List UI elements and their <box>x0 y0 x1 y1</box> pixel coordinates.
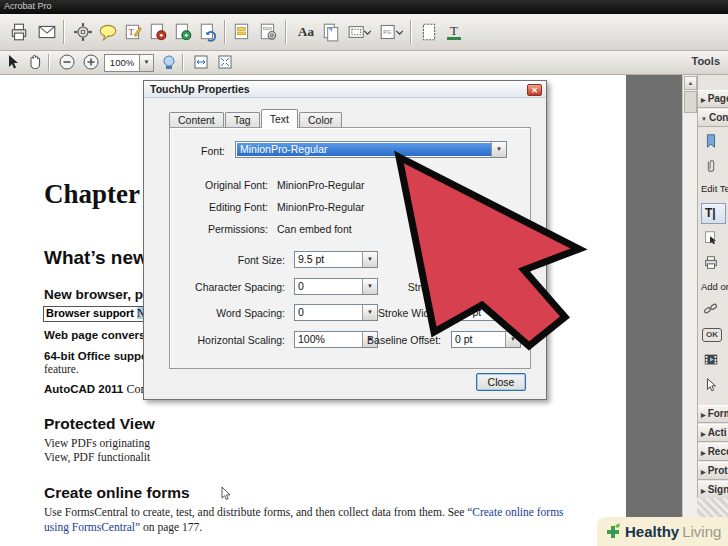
zoom-dropdown-button[interactable]: ▼ <box>139 54 154 72</box>
edit-document-text-button[interactable]: T| <box>701 203 726 224</box>
tab-label: Text <box>270 113 289 125</box>
tab-color[interactable]: Color <box>299 112 342 128</box>
zoom-in-button[interactable] <box>80 53 102 71</box>
touchup-properties-dialog: TouchUp Properties ✕ Content Tag Text Co… <box>143 80 547 400</box>
panel-section-label: Page <box>708 93 728 104</box>
fill-color-swatch[interactable] <box>451 253 471 266</box>
blank-page-button[interactable] <box>418 21 440 43</box>
text-edits-icon: T <box>123 22 143 42</box>
multimedia-tool-button[interactable] <box>703 352 723 370</box>
stroke-label: Stroke: <box>408 281 441 293</box>
pages-tool-button[interactable]: PG <box>378 21 406 43</box>
chevron-right-icon: ▶ <box>698 450 708 456</box>
comment-icon <box>98 22 118 42</box>
tab-tag[interactable]: Tag <box>225 112 260 128</box>
stroke-color-swatch[interactable] <box>451 280 471 293</box>
zoom-level-input[interactable]: 100% <box>104 54 140 72</box>
watermark-light-text: Living <box>682 523 721 540</box>
window-titlebar: Acrobat Pro <box>0 0 728 14</box>
document-scrollbar[interactable]: ▲ <box>682 75 697 546</box>
dialog-close-icon[interactable]: ✕ <box>527 84 542 96</box>
svg-text:T: T <box>129 27 135 37</box>
stroke-width-combobox[interactable]: 0.6 pt ▼ <box>451 304 521 321</box>
typewriter-button[interactable]: T <box>443 21 465 43</box>
font-size-combobox[interactable]: 9.5 pt ▼ <box>294 251 378 268</box>
print-button[interactable] <box>8 21 30 43</box>
editing-font-label: Editing Font: <box>209 201 268 213</box>
bookmark-tool-button[interactable] <box>703 133 723 151</box>
healthy-living-watermark: Healthy Living <box>597 517 728 546</box>
dialog-titlebar[interactable]: TouchUp Properties <box>144 81 546 98</box>
tab-label: Tag <box>234 114 251 126</box>
select-object-button[interactable] <box>703 377 723 395</box>
chevron-right-icon: ▶ <box>698 412 708 418</box>
character-spacing-value: 0 <box>298 280 304 292</box>
font-combobox[interactable]: MinionPro-Regular ▼ <box>235 141 507 158</box>
fit-width-button[interactable] <box>190 53 212 71</box>
font-label: Font: <box>201 145 225 157</box>
hand-tool-button[interactable] <box>24 53 46 71</box>
panel-section-label: Sign <box>708 484 728 495</box>
link-tool-button[interactable] <box>703 301 723 319</box>
form-tools-button[interactable] <box>257 21 279 43</box>
zoom-out-button[interactable] <box>56 53 78 71</box>
word-spacing-combobox[interactable]: 0 ▼ <box>294 304 378 321</box>
character-spacing-combobox[interactable]: 0 ▼ <box>294 278 378 295</box>
panel-section-sign[interactable]: ▶Sign <box>698 481 728 499</box>
select-tool-button[interactable] <box>2 53 24 71</box>
close-button-label: Close <box>488 376 515 388</box>
font-size-value: 9.5 pt <box>298 253 324 265</box>
page-magnify-button[interactable] <box>158 53 180 71</box>
font-button[interactable]: Aa <box>293 21 319 43</box>
panel-section-label: Prot <box>708 465 728 476</box>
chevron-right-icon: ▶ <box>698 469 708 475</box>
edit-object-button[interactable] <box>703 230 723 248</box>
crop-tool-button[interactable] <box>346 21 374 43</box>
button-field-tool[interactable]: OK <box>702 328 722 342</box>
panel-group-edit-text: Edit Te <box>701 183 728 194</box>
text-edits-button[interactable]: T <box>122 21 144 43</box>
horizontal-scaling-label: Horizontal Scaling: <box>197 334 285 346</box>
panel-section-recognize-text[interactable]: ▶Reco <box>698 443 728 461</box>
font-selected-value: MinionPro-Regular <box>237 143 491 156</box>
scroll-up-button[interactable]: ▲ <box>684 76 697 90</box>
tab-content[interactable]: Content <box>169 112 224 128</box>
dropdown-arrow-icon[interactable]: ▼ <box>491 142 506 157</box>
tools-pane-header[interactable]: Tools <box>691 55 720 67</box>
tools-label: Tools <box>691 55 720 67</box>
scrollbar-thumb[interactable] <box>684 91 697 113</box>
pdf-export-button[interactable] <box>172 21 194 43</box>
editing-font-value: MinionPro-Regular <box>277 201 365 213</box>
pdf-red-badge-icon <box>148 22 168 42</box>
document-background <box>626 75 682 546</box>
comment-button[interactable] <box>97 21 119 43</box>
attachment-tool-button[interactable] <box>703 158 723 176</box>
dropdown-arrow-icon[interactable]: ▼ <box>505 332 520 347</box>
tab-text[interactable]: Text <box>261 109 298 128</box>
extract-pages-button[interactable] <box>320 21 342 43</box>
panel-section-action-wizard[interactable]: ▶Acti <box>698 424 728 442</box>
dropdown-arrow-icon[interactable]: ▼ <box>362 279 377 294</box>
panel-section-content[interactable]: ▼Cont <box>698 109 728 127</box>
toolbar-separator <box>285 20 287 44</box>
pdf-stamp-button[interactable] <box>147 21 169 43</box>
pdf-convert-button[interactable] <box>197 21 219 43</box>
panel-section-forms[interactable]: ▶Form <box>698 405 728 423</box>
print-production-button[interactable] <box>703 255 723 273</box>
preferences-button[interactable] <box>72 21 94 43</box>
panel-section-protection[interactable]: ▶Prot <box>698 462 728 480</box>
form-highlight-button[interactable] <box>231 21 253 43</box>
dropdown-arrow-icon[interactable]: ▼ <box>505 305 520 320</box>
blank-page-icon <box>419 22 439 42</box>
email-button[interactable] <box>36 21 58 43</box>
dropdown-arrow-icon[interactable]: ▼ <box>362 252 377 267</box>
embed-checkbox[interactable]: ✓ <box>434 221 445 232</box>
close-button[interactable]: Close <box>476 373 526 391</box>
baseline-offset-combobox[interactable]: 0 pt ▼ <box>451 331 521 348</box>
panel-section-pages[interactable]: ▶Page <box>698 90 728 108</box>
paperclip-icon <box>703 158 719 174</box>
secondary-toolbar: 100% ▼ Tools <box>0 51 728 75</box>
horizontal-scaling-combobox[interactable]: 100% ▼ <box>294 331 378 348</box>
dropdown-arrow-icon[interactable]: ▼ <box>362 305 377 320</box>
fit-page-button[interactable] <box>214 53 236 71</box>
